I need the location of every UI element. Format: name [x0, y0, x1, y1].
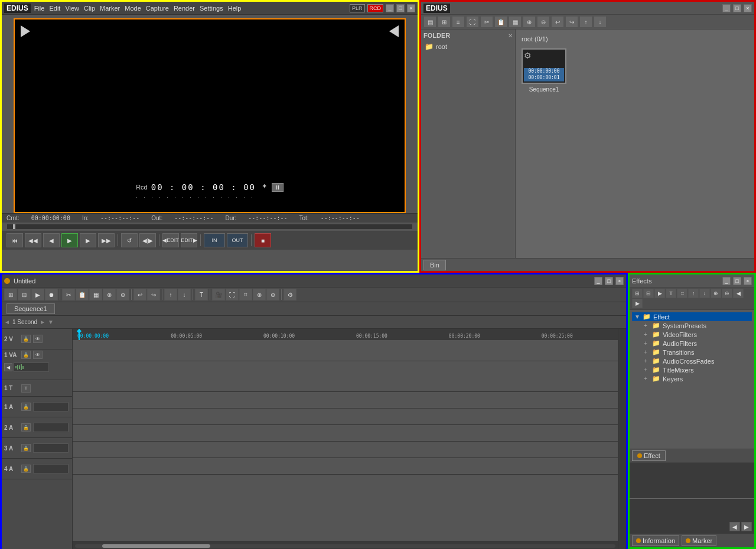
time-scale-dropdown[interactable]: ▼: [48, 319, 54, 325]
tl-btn-2[interactable]: ⊟: [18, 289, 31, 300]
tl-btn-7[interactable]: ▦: [89, 289, 102, 300]
bin-tab[interactable]: Bin: [423, 260, 446, 270]
tl-btn-grid[interactable]: ⛶: [226, 289, 239, 300]
track-lock-t1[interactable]: T: [21, 384, 31, 393]
edit-out-button[interactable]: EDIT▶: [181, 233, 197, 247]
bin-tool-9[interactable]: ⊖: [537, 16, 550, 28]
eff-btn-8[interactable]: ⊕: [711, 289, 721, 298]
bin-tool-5[interactable]: ✂: [480, 16, 493, 28]
tl-btn-t[interactable]: T: [195, 289, 208, 300]
bin-tool-1[interactable]: ▤: [423, 16, 436, 28]
track-lock-a4[interactable]: 🔒: [21, 465, 31, 473]
out-button[interactable]: OUT: [227, 233, 248, 247]
menu-clip[interactable]: Clip: [84, 5, 95, 12]
bin-tool-3[interactable]: ≡: [452, 16, 465, 28]
tl-btn-5[interactable]: ✂: [62, 289, 75, 300]
track-lock-a2[interactable]: 🔒: [21, 423, 31, 432]
minimize-button[interactable]: _: [386, 4, 394, 12]
menu-settings[interactable]: Settings: [200, 5, 223, 12]
tl-btn-6[interactable]: 📋: [76, 289, 89, 300]
record-button[interactable]: ■: [255, 233, 271, 247]
tl-btn-9[interactable]: ⊖: [116, 289, 129, 300]
tl-btn-3[interactable]: ▶: [31, 289, 44, 300]
bin-tool-13[interactable]: ↓: [594, 16, 607, 28]
tree-item-keyers[interactable]: + 📁 Keyers: [641, 374, 752, 383]
tl-btn-4[interactable]: ⏺: [45, 289, 58, 300]
track-lock-a3[interactable]: 🔒: [21, 444, 31, 452]
bin-tool-11[interactable]: ↪: [565, 16, 578, 28]
effect-next-btn[interactable]: ▶: [741, 522, 752, 531]
tl-btn-1[interactable]: ⊞: [4, 289, 17, 300]
bin-tool-6[interactable]: 📋: [494, 16, 507, 28]
track-lock-va1[interactable]: 🔒: [21, 351, 31, 359]
bin-tool-10[interactable]: ↩: [551, 16, 564, 28]
bin-maximize-button[interactable]: □: [733, 4, 741, 12]
goto-start-button[interactable]: ⏮: [6, 233, 23, 247]
eff-btn-1[interactable]: ⊞: [632, 289, 643, 298]
timeline-scrollbar-horizontal[interactable]: [73, 541, 618, 549]
maximize-button[interactable]: □: [396, 4, 405, 12]
bin-tool-7[interactable]: ▦: [509, 16, 522, 28]
bin-tool-8[interactable]: ⊕: [523, 16, 536, 28]
eff-btn-9[interactable]: ⊖: [722, 289, 732, 298]
rewind-button[interactable]: ◀◀: [25, 233, 41, 247]
effect-close-button[interactable]: ×: [744, 277, 752, 285]
bin-tool-2[interactable]: ⊞: [438, 16, 451, 28]
sequence-tab[interactable]: Sequence1: [6, 303, 55, 314]
step-forward-button[interactable]: ▶: [80, 233, 96, 247]
tree-item-systempresets[interactable]: + 📁 SystemPresets: [641, 321, 752, 330]
track-lock-v2[interactable]: 🔒: [21, 335, 31, 343]
track-lock-a1[interactable]: 🔒: [21, 403, 31, 411]
in-button[interactable]: IN: [204, 233, 225, 247]
effect-maximize-button[interactable]: □: [733, 277, 741, 285]
folder-close-button[interactable]: ✕: [508, 32, 513, 39]
info-tab-information[interactable]: Information: [632, 535, 679, 546]
tl-btn-cam[interactable]: 🎥: [212, 289, 225, 300]
info-tab-marker[interactable]: Marker: [682, 535, 716, 546]
tree-item-videofilters[interactable]: + 📁 VideoFilters: [641, 330, 752, 339]
audio-btn-1[interactable]: ◀: [4, 363, 12, 371]
effect-minimize-button[interactable]: _: [722, 277, 731, 285]
eff-btn-4[interactable]: T: [666, 289, 676, 298]
eff-btn-6[interactable]: ↑: [688, 289, 699, 298]
tl-btn-zoom-in[interactable]: ⊕: [253, 289, 266, 300]
eff-btn-11[interactable]: ▶: [632, 299, 643, 308]
menu-file[interactable]: File: [34, 5, 45, 12]
tl-btn-settings[interactable]: ⚙: [284, 289, 296, 300]
bin-close-button[interactable]: ×: [744, 4, 752, 12]
tree-item-transitions[interactable]: + 📁 Transitions: [641, 348, 752, 357]
timeline-ruler[interactable]: 00:00:00:00 00:00:05:00 00:00:10:00 00:0…: [73, 329, 618, 341]
bin-tool-12[interactable]: ↑: [579, 16, 592, 28]
eff-btn-3[interactable]: ▶: [654, 289, 665, 298]
tl-btn-norm[interactable]: ↑: [164, 289, 177, 300]
menu-render[interactable]: Render: [174, 5, 195, 12]
menu-marker[interactable]: Marker: [100, 5, 120, 12]
eff-btn-5[interactable]: ⌗: [677, 289, 687, 298]
play-button[interactable]: ▶: [61, 233, 78, 247]
tl-btn-snap[interactable]: ⌗: [239, 289, 252, 300]
tl-btn-8[interactable]: ⊕: [103, 289, 116, 300]
tree-item-audiofilters[interactable]: + 📁 AudioFilters: [641, 339, 752, 348]
split-button[interactable]: ◀|▶: [139, 233, 156, 247]
bin-tool-4[interactable]: ⛶: [466, 16, 479, 28]
tree-item-audiocrossfades[interactable]: + 📁 AudioCrossFades: [641, 357, 752, 365]
edit-in-button[interactable]: ◀EDIT: [162, 233, 179, 247]
loop-button[interactable]: ↺: [121, 233, 138, 247]
timeline-close-button[interactable]: ×: [615, 277, 624, 285]
sequence-thumbnail[interactable]: ⚙ 00:00:00:00 00:00:00:01 Sequence1: [520, 48, 568, 93]
timeline-scrollbar-vertical[interactable]: [618, 329, 626, 549]
folder-root-item[interactable]: 📁 root: [423, 41, 513, 52]
close-button[interactable]: ×: [407, 4, 415, 12]
track-vis-va1[interactable]: 👁: [33, 351, 43, 359]
effect-prev-btn[interactable]: ◀: [729, 522, 740, 531]
tree-root-item[interactable]: ▼ 📁 Effect: [632, 312, 752, 321]
track-vis-v2[interactable]: 👁: [33, 335, 43, 343]
effect-tab-effect[interactable]: Effect: [632, 450, 666, 461]
eff-btn-7[interactable]: ↓: [699, 289, 710, 298]
eff-btn-10[interactable]: ◀: [733, 289, 744, 298]
menu-mode[interactable]: Mode: [125, 5, 141, 12]
fast-forward-button[interactable]: ▶▶: [98, 233, 115, 247]
eff-btn-2[interactable]: ⊟: [643, 289, 654, 298]
tl-btn-undo[interactable]: ↩: [133, 289, 146, 300]
tl-btn-zoom-out[interactable]: ⊖: [266, 289, 279, 300]
